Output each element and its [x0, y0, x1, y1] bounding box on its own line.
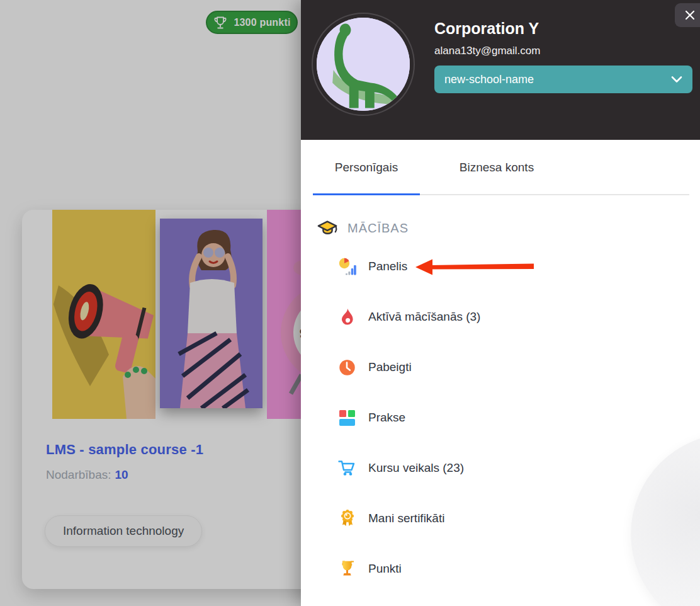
section-macibas: MĀCĪBAS [317, 219, 700, 237]
avatar[interactable] [317, 18, 410, 111]
shopping-cart-icon [338, 459, 356, 477]
clock-icon [338, 358, 356, 377]
menu-item-label: Kursu veikals (23) [368, 461, 464, 475]
profile-email: alana13ty@gmail.com [434, 45, 540, 57]
school-select-value: new-school-name [444, 73, 671, 86]
red-arrow-annotation [415, 258, 534, 276]
menu-item-aktiva-macisanas[interactable]: Aktīvā mācīšanās (3) [301, 292, 700, 342]
rosette-medal-icon [338, 510, 356, 528]
menu-item-kursu-veikals[interactable]: Kursu veikals (23) [301, 443, 700, 493]
dashboard-chart-icon [338, 258, 356, 276]
menu-item-pabeigti[interactable]: Pabeigti [301, 342, 700, 392]
drawer-header: Corporation Y alana13ty@gmail.com new-sc… [301, 0, 700, 140]
chevron-down-icon [671, 76, 682, 83]
menu-item-label: Aktīvā mācīšanās (3) [368, 310, 480, 324]
grid-squares-icon [338, 409, 356, 427]
menu-item-panelis[interactable]: Panelis [301, 241, 700, 292]
tab-business[interactable]: Biznesa konts [434, 161, 560, 194]
school-select[interactable]: new-school-name [434, 66, 692, 93]
tab-personal[interactable]: Personīgais [313, 161, 420, 194]
close-icon [684, 9, 696, 21]
section-title: MĀCĪBAS [347, 221, 409, 236]
dinosaur-avatar-image [317, 18, 410, 111]
drawer-tabs: Personīgais Biznesa konts [313, 140, 689, 195]
screen: 1300 punkti [0, 0, 700, 606]
menu-item-label: Prakse [368, 411, 405, 425]
close-button[interactable] [675, 3, 700, 27]
graduation-cap-icon [317, 219, 338, 237]
menu-item-label: Pabeigti [368, 360, 412, 374]
menu-item-label: Panelis [368, 260, 407, 273]
trophy-icon [338, 560, 356, 578]
menu-item-prakse[interactable]: Prakse [301, 392, 700, 443]
menu-item-label: Mani sertifikāti [368, 512, 444, 525]
profile-name: Corporation Y [434, 20, 539, 38]
flame-icon [338, 308, 356, 326]
menu-item-label: Punkti [368, 562, 402, 576]
avatar-ring [312, 13, 415, 116]
